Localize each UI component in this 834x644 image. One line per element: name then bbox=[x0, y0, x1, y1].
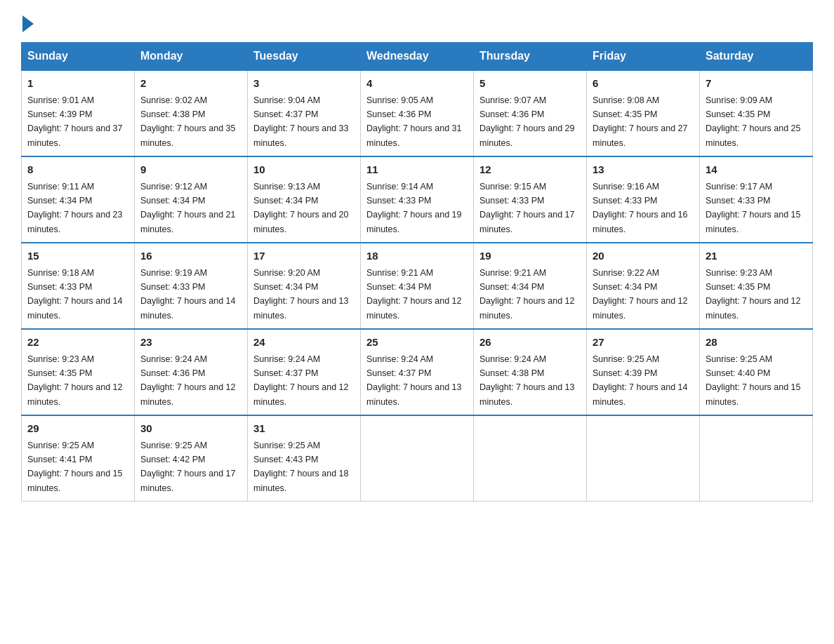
day-info: Sunrise: 9:21 AMSunset: 4:34 PMDaylight:… bbox=[366, 268, 462, 321]
day-info: Sunrise: 9:02 AMSunset: 4:38 PMDaylight:… bbox=[140, 95, 236, 148]
calendar-cell: 19 Sunrise: 9:21 AMSunset: 4:34 PMDaylig… bbox=[474, 243, 587, 329]
day-info: Sunrise: 9:24 AMSunset: 4:37 PMDaylight:… bbox=[253, 354, 349, 407]
weekday-header-monday: Monday bbox=[135, 43, 248, 71]
calendar-cell: 20 Sunrise: 9:22 AMSunset: 4:34 PMDaylig… bbox=[587, 243, 700, 329]
day-info: Sunrise: 9:24 AMSunset: 4:37 PMDaylight:… bbox=[366, 354, 462, 407]
day-number: 15 bbox=[27, 248, 128, 264]
calendar-cell: 6 Sunrise: 9:08 AMSunset: 4:35 PMDayligh… bbox=[587, 70, 700, 156]
day-number: 13 bbox=[593, 162, 694, 178]
calendar-cell bbox=[700, 415, 813, 502]
calendar-cell: 24 Sunrise: 9:24 AMSunset: 4:37 PMDaylig… bbox=[248, 329, 361, 415]
calendar-cell: 17 Sunrise: 9:20 AMSunset: 4:34 PMDaylig… bbox=[248, 243, 361, 329]
day-number: 22 bbox=[27, 335, 128, 351]
calendar-cell: 29 Sunrise: 9:25 AMSunset: 4:41 PMDaylig… bbox=[22, 415, 135, 502]
day-info: Sunrise: 9:24 AMSunset: 4:36 PMDaylight:… bbox=[140, 354, 236, 407]
day-number: 21 bbox=[706, 248, 807, 264]
page-header bbox=[21, 14, 813, 29]
calendar-cell: 23 Sunrise: 9:24 AMSunset: 4:36 PMDaylig… bbox=[135, 329, 248, 415]
day-info: Sunrise: 9:25 AMSunset: 4:42 PMDaylight:… bbox=[140, 441, 236, 493]
day-number: 14 bbox=[706, 162, 807, 178]
day-number: 6 bbox=[593, 76, 694, 92]
calendar-cell: 1 Sunrise: 9:01 AMSunset: 4:39 PMDayligh… bbox=[22, 70, 135, 156]
calendar-cell: 22 Sunrise: 9:23 AMSunset: 4:35 PMDaylig… bbox=[22, 329, 135, 415]
day-info: Sunrise: 9:13 AMSunset: 4:34 PMDaylight:… bbox=[253, 182, 349, 234]
day-info: Sunrise: 9:25 AMSunset: 4:43 PMDaylight:… bbox=[253, 441, 349, 493]
calendar-cell bbox=[361, 415, 474, 502]
calendar-cell: 16 Sunrise: 9:19 AMSunset: 4:33 PMDaylig… bbox=[135, 243, 248, 329]
weekday-header-thursday: Thursday bbox=[474, 43, 587, 71]
day-info: Sunrise: 9:14 AMSunset: 4:33 PMDaylight:… bbox=[366, 182, 462, 234]
day-number: 25 bbox=[366, 335, 468, 351]
weekday-header-wednesday: Wednesday bbox=[361, 43, 474, 71]
day-info: Sunrise: 9:22 AMSunset: 4:34 PMDaylight:… bbox=[593, 268, 688, 321]
calendar-cell: 14 Sunrise: 9:17 AMSunset: 4:33 PMDaylig… bbox=[700, 156, 813, 243]
day-number: 18 bbox=[366, 248, 468, 264]
day-info: Sunrise: 9:11 AMSunset: 4:34 PMDaylight:… bbox=[27, 182, 123, 234]
day-number: 7 bbox=[706, 76, 807, 92]
calendar-cell: 8 Sunrise: 9:11 AMSunset: 4:34 PMDayligh… bbox=[22, 156, 135, 243]
calendar-cell: 15 Sunrise: 9:18 AMSunset: 4:33 PMDaylig… bbox=[22, 243, 135, 329]
day-number: 30 bbox=[140, 421, 241, 437]
day-info: Sunrise: 9:08 AMSunset: 4:35 PMDaylight:… bbox=[593, 95, 688, 148]
day-number: 3 bbox=[253, 76, 355, 92]
day-number: 31 bbox=[253, 421, 355, 437]
calendar-cell: 18 Sunrise: 9:21 AMSunset: 4:34 PMDaylig… bbox=[361, 243, 474, 329]
day-number: 12 bbox=[479, 162, 581, 178]
calendar-week-row: 22 Sunrise: 9:23 AMSunset: 4:35 PMDaylig… bbox=[22, 329, 813, 415]
day-info: Sunrise: 9:20 AMSunset: 4:34 PMDaylight:… bbox=[253, 268, 349, 321]
weekday-header-row: SundayMondayTuesdayWednesdayThursdayFrid… bbox=[22, 43, 813, 71]
calendar-cell: 10 Sunrise: 9:13 AMSunset: 4:34 PMDaylig… bbox=[248, 156, 361, 243]
day-info: Sunrise: 9:24 AMSunset: 4:38 PMDaylight:… bbox=[479, 354, 575, 407]
calendar-cell: 4 Sunrise: 9:05 AMSunset: 4:36 PMDayligh… bbox=[361, 70, 474, 156]
calendar-cell: 25 Sunrise: 9:24 AMSunset: 4:37 PMDaylig… bbox=[361, 329, 474, 415]
day-number: 20 bbox=[593, 248, 694, 264]
day-number: 16 bbox=[140, 248, 241, 264]
day-number: 2 bbox=[140, 76, 241, 92]
day-number: 8 bbox=[27, 162, 128, 178]
day-info: Sunrise: 9:18 AMSunset: 4:33 PMDaylight:… bbox=[27, 268, 123, 321]
calendar-cell: 27 Sunrise: 9:25 AMSunset: 4:39 PMDaylig… bbox=[587, 329, 700, 415]
calendar-cell: 5 Sunrise: 9:07 AMSunset: 4:36 PMDayligh… bbox=[474, 70, 587, 156]
day-info: Sunrise: 9:01 AMSunset: 4:39 PMDaylight:… bbox=[27, 95, 123, 148]
day-number: 24 bbox=[253, 335, 355, 351]
day-info: Sunrise: 9:21 AMSunset: 4:34 PMDaylight:… bbox=[479, 268, 575, 321]
weekday-header-tuesday: Tuesday bbox=[248, 43, 361, 71]
day-info: Sunrise: 9:15 AMSunset: 4:33 PMDaylight:… bbox=[479, 182, 575, 234]
day-info: Sunrise: 9:25 AMSunset: 4:40 PMDaylight:… bbox=[706, 354, 801, 407]
day-number: 17 bbox=[253, 248, 355, 264]
day-number: 1 bbox=[27, 76, 128, 92]
calendar-table: SundayMondayTuesdayWednesdayThursdayFrid… bbox=[21, 42, 813, 502]
logo bbox=[21, 14, 34, 29]
day-number: 29 bbox=[27, 421, 128, 437]
calendar-cell: 3 Sunrise: 9:04 AMSunset: 4:37 PMDayligh… bbox=[248, 70, 361, 156]
day-info: Sunrise: 9:23 AMSunset: 4:35 PMDaylight:… bbox=[706, 268, 801, 321]
calendar-cell: 28 Sunrise: 9:25 AMSunset: 4:40 PMDaylig… bbox=[700, 329, 813, 415]
calendar-cell: 13 Sunrise: 9:16 AMSunset: 4:33 PMDaylig… bbox=[587, 156, 700, 243]
calendar-cell: 11 Sunrise: 9:14 AMSunset: 4:33 PMDaylig… bbox=[361, 156, 474, 243]
calendar-week-row: 8 Sunrise: 9:11 AMSunset: 4:34 PMDayligh… bbox=[22, 156, 813, 243]
day-info: Sunrise: 9:25 AMSunset: 4:41 PMDaylight:… bbox=[27, 441, 123, 493]
day-info: Sunrise: 9:09 AMSunset: 4:35 PMDaylight:… bbox=[706, 95, 801, 148]
day-number: 9 bbox=[140, 162, 241, 178]
weekday-header-sunday: Sunday bbox=[22, 43, 135, 71]
calendar-cell bbox=[587, 415, 700, 502]
day-number: 11 bbox=[366, 162, 468, 178]
day-info: Sunrise: 9:05 AMSunset: 4:36 PMDaylight:… bbox=[366, 95, 462, 148]
calendar-cell: 21 Sunrise: 9:23 AMSunset: 4:35 PMDaylig… bbox=[700, 243, 813, 329]
calendar-week-row: 1 Sunrise: 9:01 AMSunset: 4:39 PMDayligh… bbox=[22, 70, 813, 156]
day-number: 19 bbox=[479, 248, 581, 264]
day-info: Sunrise: 9:04 AMSunset: 4:37 PMDaylight:… bbox=[253, 95, 349, 148]
calendar-week-row: 15 Sunrise: 9:18 AMSunset: 4:33 PMDaylig… bbox=[22, 243, 813, 329]
day-number: 4 bbox=[366, 76, 468, 92]
weekday-header-friday: Friday bbox=[587, 43, 700, 71]
weekday-header-saturday: Saturday bbox=[700, 43, 813, 71]
calendar-cell: 9 Sunrise: 9:12 AMSunset: 4:34 PMDayligh… bbox=[135, 156, 248, 243]
day-info: Sunrise: 9:16 AMSunset: 4:33 PMDaylight:… bbox=[593, 182, 688, 234]
day-number: 27 bbox=[593, 335, 694, 351]
day-number: 26 bbox=[479, 335, 581, 351]
calendar-cell: 26 Sunrise: 9:24 AMSunset: 4:38 PMDaylig… bbox=[474, 329, 587, 415]
day-number: 28 bbox=[706, 335, 807, 351]
calendar-week-row: 29 Sunrise: 9:25 AMSunset: 4:41 PMDaylig… bbox=[22, 415, 813, 502]
calendar-cell: 7 Sunrise: 9:09 AMSunset: 4:35 PMDayligh… bbox=[700, 70, 813, 156]
calendar-cell: 30 Sunrise: 9:25 AMSunset: 4:42 PMDaylig… bbox=[135, 415, 248, 502]
